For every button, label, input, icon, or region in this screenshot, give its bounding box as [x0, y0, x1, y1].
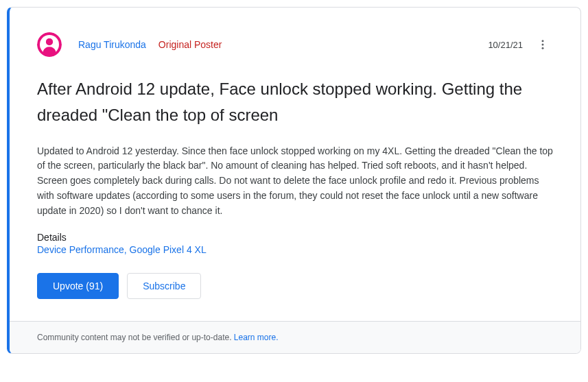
- post-main: Ragu Tirukonda Original Poster 10/21/21 …: [10, 8, 580, 321]
- subscribe-button[interactable]: Subscribe: [127, 273, 201, 299]
- post-date: 10/21/21: [488, 40, 523, 50]
- original-poster-badge: Original Poster: [158, 39, 222, 50]
- forum-post-card: Ragu Tirukonda Original Poster 10/21/21 …: [7, 7, 581, 354]
- svg-point-5: [46, 38, 53, 45]
- more-vert-icon: [537, 38, 549, 51]
- svg-point-7: [542, 44, 544, 46]
- details-label: Details: [37, 232, 553, 243]
- post-header: Ragu Tirukonda Original Poster 10/21/21: [37, 32, 553, 57]
- avatar[interactable]: [37, 32, 62, 57]
- upvote-button[interactable]: Upvote (91): [37, 273, 119, 299]
- post-title: After Android 12 update, Face unlock sto…: [37, 76, 553, 129]
- device-link[interactable]: Google Pixel 4 XL: [130, 244, 207, 255]
- post-footer: Community content may not be verified or…: [10, 321, 580, 353]
- svg-point-8: [542, 47, 544, 49]
- details-links: Device Performance, Google Pixel 4 XL: [37, 244, 553, 255]
- svg-point-6: [542, 40, 544, 42]
- post-body: Updated to Android 12 yesterday. Since t…: [37, 144, 553, 218]
- author-name-link[interactable]: Ragu Tirukonda: [78, 39, 146, 50]
- footer-text: Community content may not be verified or…: [37, 333, 234, 342]
- more-options-button[interactable]: [532, 34, 553, 55]
- learn-more-link[interactable]: Learn more.: [234, 333, 279, 342]
- category-link[interactable]: Device Performance: [37, 244, 124, 255]
- details-separator: ,: [124, 244, 130, 255]
- post-actions: Upvote (91) Subscribe: [37, 273, 553, 299]
